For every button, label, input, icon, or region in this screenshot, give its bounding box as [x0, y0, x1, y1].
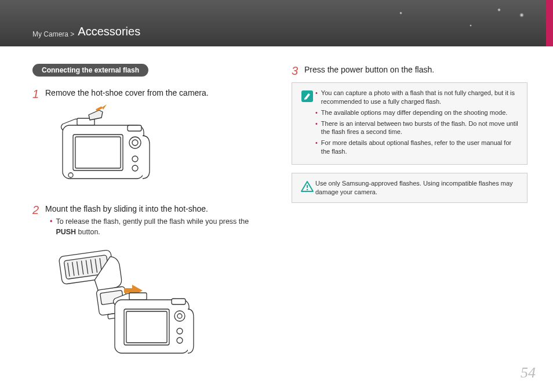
svg-point-7 [132, 156, 138, 162]
svg-rect-26 [129, 293, 147, 300]
info-item: You can capture a photo with a flash tha… [315, 89, 520, 106]
info-item: There is an interval between two bursts … [315, 119, 520, 137]
svg-point-9 [68, 173, 73, 177]
right-column: 3 Press the power button on the flash. Y… [292, 64, 527, 380]
svg-rect-4 [75, 137, 121, 168]
info-item: For more details about optional flashes,… [315, 139, 520, 156]
warning-icon [299, 179, 315, 197]
sub-text-bold: PUSH [56, 228, 76, 236]
svg-point-33 [177, 337, 183, 343]
section-label: Connecting the external flash [32, 64, 148, 77]
svg-point-8 [132, 165, 138, 171]
svg-point-31 [177, 314, 182, 318]
sub-text-pre: To release the flash, gently pull the fl… [56, 217, 249, 226]
sub-text-post: button. [76, 228, 100, 236]
step-number: 2 [32, 203, 45, 375]
svg-point-6 [132, 140, 138, 146]
info-item: The available options may differ dependi… [315, 108, 520, 117]
page-header: My Camera > Accessories [0, 0, 553, 46]
step-text: Mount the flash by sliding it into the h… [45, 204, 268, 213]
breadcrumb-parent: My Camera > [32, 30, 74, 38]
info-note-box: You can capture a photo with a flash tha… [292, 82, 527, 165]
step-number: 1 [32, 87, 45, 198]
page-number: 54 [521, 364, 536, 382]
warning-text: Use only Samsung-approved flashes. Using… [315, 179, 520, 197]
svg-point-32 [177, 328, 183, 334]
step-2: 2 Mount the flash by sliding it into the… [32, 203, 268, 375]
breadcrumb-title: Accessories [78, 25, 140, 38]
warning-note-box: Use only Samsung-approved flashes. Using… [292, 173, 527, 203]
content-area: Connecting the external flash 1 Remove t… [0, 46, 553, 380]
svg-rect-34 [172, 299, 185, 304]
camera-illustration-2 [45, 243, 268, 365]
step-sub-bullet: To release the flash, gently pull the fl… [50, 217, 268, 237]
step-text: Remove the hot-shoe cover from the camer… [45, 88, 268, 97]
note-icon [299, 89, 315, 158]
step-text: Press the power button on the flash. [304, 65, 527, 74]
step-3: 3 Press the power button on the flash. [292, 64, 527, 78]
svg-marker-1 [102, 104, 107, 110]
left-column: Connecting the external flash 1 Remove t… [32, 64, 268, 380]
info-list: You can capture a photo with a flash tha… [315, 89, 520, 156]
svg-rect-29 [126, 311, 167, 343]
step-number: 3 [292, 64, 304, 78]
step-1: 1 Remove the hot-shoe cover from the cam… [32, 87, 268, 198]
camera-illustration-1 [45, 101, 268, 188]
svg-rect-10 [128, 125, 141, 131]
svg-point-38 [307, 189, 308, 190]
